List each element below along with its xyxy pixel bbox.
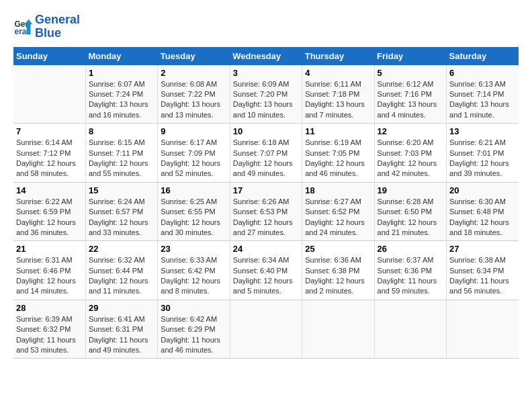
- calendar-cell: 28Sunrise: 6:39 AMSunset: 6:32 PMDayligh…: [13, 300, 85, 359]
- day-info: Sunrise: 6:19 AMSunset: 7:05 PMDaylight:…: [305, 138, 371, 179]
- day-number: 4: [305, 68, 371, 78]
- day-number: 10: [233, 126, 299, 136]
- day-info: Sunrise: 6:15 AMSunset: 7:11 PMDaylight:…: [89, 138, 154, 179]
- day-number: 22: [89, 244, 154, 254]
- calendar-cell: 11Sunrise: 6:19 AMSunset: 7:05 PMDayligh…: [302, 124, 374, 183]
- day-info: Sunrise: 6:34 AMSunset: 6:40 PMDaylight:…: [233, 255, 299, 297]
- day-info: Sunrise: 6:25 AMSunset: 6:55 PMDaylight:…: [161, 197, 226, 238]
- calendar-cell: [447, 300, 519, 359]
- day-number: 2: [161, 68, 226, 78]
- header-cell-thursday: Thursday: [302, 47, 374, 65]
- day-info: Sunrise: 6:13 AMSunset: 7:14 PMDaylight:…: [449, 79, 516, 121]
- day-number: 15: [89, 185, 154, 195]
- calendar-cell: [302, 300, 374, 359]
- calendar-cell: 25Sunrise: 6:36 AMSunset: 6:38 PMDayligh…: [302, 241, 374, 300]
- day-info: Sunrise: 6:41 AMSunset: 6:31 PMDaylight:…: [89, 314, 154, 356]
- header-cell-wednesday: Wednesday: [230, 47, 302, 65]
- week-row-4: 21Sunrise: 6:31 AMSunset: 6:46 PMDayligh…: [13, 241, 519, 300]
- day-number: 26: [378, 244, 443, 254]
- day-info: Sunrise: 6:08 AMSunset: 7:22 PMDaylight:…: [161, 79, 226, 121]
- day-number: 20: [449, 185, 516, 195]
- day-info: Sunrise: 6:26 AMSunset: 6:53 PMDaylight:…: [233, 197, 299, 238]
- day-info: Sunrise: 6:31 AMSunset: 6:46 PMDaylight:…: [16, 255, 83, 297]
- day-info: Sunrise: 6:07 AMSunset: 7:24 PMDaylight:…: [89, 79, 154, 121]
- day-number: 16: [161, 185, 226, 195]
- day-info: Sunrise: 6:09 AMSunset: 7:20 PMDaylight:…: [233, 79, 299, 121]
- day-info: Sunrise: 6:42 AMSunset: 6:29 PMDaylight:…: [161, 314, 226, 356]
- day-info: Sunrise: 6:17 AMSunset: 7:09 PMDaylight:…: [161, 138, 226, 179]
- calendar-cell: 13Sunrise: 6:21 AMSunset: 7:01 PMDayligh…: [447, 124, 519, 183]
- day-number: 11: [305, 126, 371, 136]
- logo-text-line2: Blue: [35, 27, 80, 40]
- day-info: Sunrise: 6:24 AMSunset: 6:57 PMDaylight:…: [89, 197, 154, 238]
- calendar-cell: 7Sunrise: 6:14 AMSunset: 7:12 PMDaylight…: [13, 124, 85, 183]
- header-cell-sunday: Sunday: [13, 47, 85, 65]
- calendar-cell: 8Sunrise: 6:15 AMSunset: 7:11 PMDaylight…: [85, 124, 157, 183]
- day-number: 19: [378, 185, 443, 195]
- day-info: Sunrise: 6:18 AMSunset: 7:07 PMDaylight:…: [233, 138, 299, 179]
- week-row-3: 14Sunrise: 6:22 AMSunset: 6:59 PMDayligh…: [13, 182, 519, 241]
- calendar-cell: 19Sunrise: 6:28 AMSunset: 6:50 PMDayligh…: [374, 182, 446, 241]
- header-row: SundayMondayTuesdayWednesdayThursdayFrid…: [13, 47, 519, 65]
- header-cell-tuesday: Tuesday: [158, 47, 230, 65]
- day-number: 5: [378, 68, 443, 78]
- day-info: Sunrise: 6:39 AMSunset: 6:32 PMDaylight:…: [16, 314, 83, 356]
- calendar-table: SundayMondayTuesdayWednesdayThursdayFrid…: [13, 47, 519, 359]
- calendar-cell: 21Sunrise: 6:31 AMSunset: 6:46 PMDayligh…: [13, 241, 85, 300]
- day-info: Sunrise: 6:21 AMSunset: 7:01 PMDaylight:…: [449, 138, 516, 179]
- day-info: Sunrise: 6:37 AMSunset: 6:36 PMDaylight:…: [378, 255, 443, 297]
- day-number: 27: [449, 244, 516, 254]
- header-cell-saturday: Saturday: [447, 47, 519, 65]
- calendar-cell: 4Sunrise: 6:11 AMSunset: 7:18 PMDaylight…: [302, 65, 374, 124]
- calendar-cell: 10Sunrise: 6:18 AMSunset: 7:07 PMDayligh…: [230, 124, 302, 183]
- logo: Gen eral General Blue: [13, 13, 80, 40]
- day-info: Sunrise: 6:27 AMSunset: 6:52 PMDaylight:…: [305, 197, 371, 238]
- day-number: 13: [449, 126, 516, 136]
- calendar-cell: 14Sunrise: 6:22 AMSunset: 6:59 PMDayligh…: [13, 182, 85, 241]
- calendar-cell: 12Sunrise: 6:20 AMSunset: 7:03 PMDayligh…: [374, 124, 446, 183]
- calendar-cell: [13, 65, 85, 124]
- day-number: 8: [89, 126, 154, 136]
- week-row-2: 7Sunrise: 6:14 AMSunset: 7:12 PMDaylight…: [13, 124, 519, 183]
- calendar-cell: 1Sunrise: 6:07 AMSunset: 7:24 PMDaylight…: [85, 65, 157, 124]
- day-number: 24: [233, 244, 299, 254]
- day-number: 17: [233, 185, 299, 195]
- calendar-cell: [230, 300, 302, 359]
- calendar-cell: 6Sunrise: 6:13 AMSunset: 7:14 PMDaylight…: [447, 65, 519, 124]
- day-info: Sunrise: 6:28 AMSunset: 6:50 PMDaylight:…: [378, 197, 443, 238]
- day-number: 21: [16, 244, 83, 254]
- day-number: 29: [89, 303, 154, 313]
- day-number: 3: [233, 68, 299, 78]
- calendar-cell: [374, 300, 446, 359]
- day-info: Sunrise: 6:12 AMSunset: 7:16 PMDaylight:…: [378, 79, 443, 121]
- calendar-cell: 30Sunrise: 6:42 AMSunset: 6:29 PMDayligh…: [158, 300, 230, 359]
- day-number: 23: [161, 244, 226, 254]
- day-number: 14: [16, 185, 83, 195]
- calendar-cell: 16Sunrise: 6:25 AMSunset: 6:55 PMDayligh…: [158, 182, 230, 241]
- calendar-cell: 5Sunrise: 6:12 AMSunset: 7:16 PMDaylight…: [374, 65, 446, 124]
- calendar-cell: 3Sunrise: 6:09 AMSunset: 7:20 PMDaylight…: [230, 65, 302, 124]
- calendar-cell: 20Sunrise: 6:30 AMSunset: 6:48 PMDayligh…: [447, 182, 519, 241]
- calendar-cell: 9Sunrise: 6:17 AMSunset: 7:09 PMDaylight…: [158, 124, 230, 183]
- calendar-cell: 24Sunrise: 6:34 AMSunset: 6:40 PMDayligh…: [230, 241, 302, 300]
- day-number: 25: [305, 244, 371, 254]
- day-info: Sunrise: 6:38 AMSunset: 6:34 PMDaylight:…: [449, 255, 516, 297]
- day-info: Sunrise: 6:22 AMSunset: 6:59 PMDaylight:…: [16, 197, 83, 238]
- week-row-5: 28Sunrise: 6:39 AMSunset: 6:32 PMDayligh…: [13, 300, 519, 359]
- day-info: Sunrise: 6:33 AMSunset: 6:42 PMDaylight:…: [161, 255, 226, 297]
- logo-text-line1: General: [35, 13, 80, 27]
- calendar-cell: 29Sunrise: 6:41 AMSunset: 6:31 PMDayligh…: [85, 300, 157, 359]
- day-number: 7: [16, 126, 83, 136]
- header-cell-friday: Friday: [374, 47, 446, 65]
- page-header: Gen eral General Blue: [13, 13, 519, 40]
- day-info: Sunrise: 6:36 AMSunset: 6:38 PMDaylight:…: [305, 255, 371, 297]
- day-info: Sunrise: 6:30 AMSunset: 6:48 PMDaylight:…: [449, 197, 516, 238]
- logo-icon: Gen eral: [13, 17, 34, 37]
- week-row-1: 1Sunrise: 6:07 AMSunset: 7:24 PMDaylight…: [13, 65, 519, 124]
- day-number: 30: [161, 303, 226, 313]
- calendar-cell: 2Sunrise: 6:08 AMSunset: 7:22 PMDaylight…: [158, 65, 230, 124]
- day-number: 9: [161, 126, 226, 136]
- day-info: Sunrise: 6:11 AMSunset: 7:18 PMDaylight:…: [305, 79, 371, 121]
- day-number: 6: [449, 68, 516, 78]
- day-number: 12: [378, 126, 443, 136]
